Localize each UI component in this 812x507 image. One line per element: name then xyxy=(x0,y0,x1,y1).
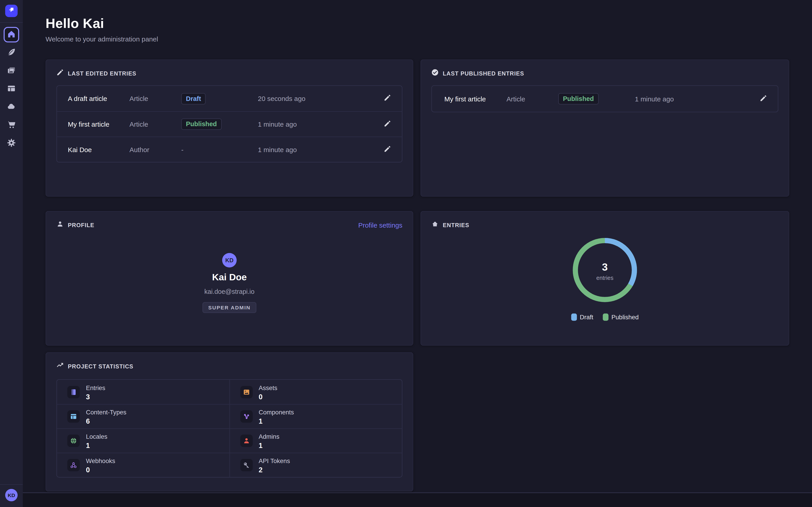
edit-button[interactable] xyxy=(760,95,778,103)
entry-title: My first article xyxy=(432,95,507,103)
strapi-logo-icon xyxy=(7,5,16,17)
horizontal-scrollbar[interactable] xyxy=(23,493,812,507)
table-row[interactable]: A draft article Article Draft 20 seconds… xyxy=(57,86,402,111)
card-title: ENTRIES xyxy=(443,222,469,228)
stat-value: 0 xyxy=(259,393,262,401)
stat-assets: Assets0 xyxy=(229,380,402,404)
table-row[interactable]: My first article Article Published 1 min… xyxy=(57,111,402,137)
entry-time: 1 minute ago xyxy=(258,120,384,128)
stat-value: 1 xyxy=(259,417,262,425)
sidebar-item-content-manager[interactable] xyxy=(4,45,19,61)
stat-value: 3 xyxy=(86,393,90,401)
card-header: LAST PUBLISHED ENTRIES xyxy=(421,60,789,78)
published-swatch xyxy=(603,314,608,321)
stat-label: Assets xyxy=(259,384,277,391)
stat-value: 1 xyxy=(86,442,90,450)
gear-icon xyxy=(7,138,16,149)
table-row[interactable]: Kai Doe Author - 1 minute ago xyxy=(57,136,402,162)
card-title: LAST EDITED ENTRIES xyxy=(68,70,137,76)
entry-time: 1 minute ago xyxy=(258,146,384,153)
home-icon xyxy=(7,29,16,40)
profile-email: kai.doe@strapi.io xyxy=(204,288,254,295)
avatar: KD xyxy=(222,253,237,268)
status-badge: Published xyxy=(181,118,221,130)
statistics-row: Locales1 Admins1 xyxy=(57,428,402,453)
entries-card: ENTRIES 3 entries Draft xyxy=(420,211,789,346)
chart-legend: Draft Published xyxy=(421,314,789,321)
sidebar-item-content-type-builder[interactable] xyxy=(4,81,19,97)
pencil-icon xyxy=(384,94,391,103)
sidebar-item-marketplace[interactable] xyxy=(4,117,19,133)
page-header: Hello Kai Welcome to your administration… xyxy=(46,15,158,43)
person-icon xyxy=(56,220,64,230)
stat-label: Components xyxy=(259,409,294,416)
stat-label: Admins xyxy=(259,433,280,440)
card-title: PROFILE xyxy=(68,222,94,228)
legend-label: Draft xyxy=(580,314,594,321)
profile-settings-link[interactable]: Profile settings xyxy=(358,221,402,229)
book-icon xyxy=(67,386,80,398)
statistics-table: Entries3 Assets0 xyxy=(56,379,402,477)
stat-label: Webhooks xyxy=(86,457,115,465)
legend-label: Published xyxy=(611,314,639,321)
stat-label: Entries xyxy=(86,384,105,391)
components-icon xyxy=(240,410,252,423)
entry-type: Article xyxy=(506,95,558,103)
last-edited-entries-table: A draft article Article Draft 20 seconds… xyxy=(56,86,402,163)
stat-value: 0 xyxy=(86,466,90,474)
user-avatar[interactable]: KD xyxy=(5,489,17,501)
pencil-icon xyxy=(384,145,391,154)
status-empty: - xyxy=(181,146,184,154)
entry-title: My first article xyxy=(57,120,130,128)
sidebar-item-strapi-cloud[interactable] xyxy=(4,99,19,115)
sidebar-nav xyxy=(3,27,19,151)
status-badge: Draft xyxy=(181,93,206,104)
picture-icon xyxy=(240,386,252,398)
entry-type: Article xyxy=(130,120,181,128)
person-icon xyxy=(240,435,252,447)
sidebar-item-settings[interactable] xyxy=(4,136,19,151)
dashboard-grid: LAST EDITED ENTRIES A draft article Arti… xyxy=(46,59,789,492)
profile-card: PROFILE Profile settings KD Kai Doe kai.… xyxy=(46,211,413,346)
card-title: LAST PUBLISHED ENTRIES xyxy=(443,70,524,76)
stat-entries: Entries3 xyxy=(57,380,229,404)
trending-up-icon xyxy=(56,362,64,371)
entry-type: Article xyxy=(130,95,181,102)
stat-value: 1 xyxy=(259,442,262,450)
stat-content-types: Content-Types6 xyxy=(57,404,229,428)
stat-label: API Tokens xyxy=(259,457,290,465)
edit-button[interactable] xyxy=(384,94,402,103)
stat-api-tokens: API Tokens2 xyxy=(229,453,402,477)
legend-item-published: Published xyxy=(603,314,639,321)
profile-name: Kai Doe xyxy=(212,272,247,283)
statistics-row: Entries3 Assets0 xyxy=(57,380,402,404)
card-header: ENTRIES xyxy=(421,212,789,230)
last-edited-entries-card: LAST EDITED ENTRIES A draft article Arti… xyxy=(46,59,413,196)
layout-icon xyxy=(7,83,16,95)
sidebar-divider-bottom xyxy=(0,484,23,485)
sidebar-item-home[interactable] xyxy=(4,27,19,42)
card-title: PROJECT STATISTICS xyxy=(68,363,134,370)
sidebar-item-media-library[interactable] xyxy=(4,63,19,79)
stat-value: 2 xyxy=(259,466,262,474)
pencil-icon xyxy=(56,69,64,78)
entries-donut-chart: 3 entries xyxy=(571,236,638,306)
statistics-row: Webhooks0 API Tokens2 xyxy=(57,453,402,477)
feather-icon xyxy=(7,47,16,58)
stat-value: 6 xyxy=(86,417,90,425)
statistics-row: Content-Types6 Components1 xyxy=(57,404,402,428)
cloud-icon xyxy=(7,102,16,112)
card-header: LAST EDITED ENTRIES xyxy=(46,60,413,78)
stat-admins: Admins1 xyxy=(229,429,402,453)
stat-label: Content-Types xyxy=(86,409,126,416)
strapi-logo[interactable] xyxy=(5,5,17,17)
table-row[interactable]: My first article Article Published 1 min… xyxy=(432,86,778,112)
edit-button[interactable] xyxy=(384,120,402,129)
webhook-icon xyxy=(67,459,80,471)
entries-total: 3 xyxy=(602,261,608,273)
last-published-entries-table: My first article Article Published 1 min… xyxy=(431,86,778,112)
sidebar-divider-top xyxy=(0,22,23,23)
card-header: PROFILE Profile settings xyxy=(46,212,413,230)
stat-locales: Locales1 xyxy=(57,429,229,453)
edit-button[interactable] xyxy=(384,145,402,154)
